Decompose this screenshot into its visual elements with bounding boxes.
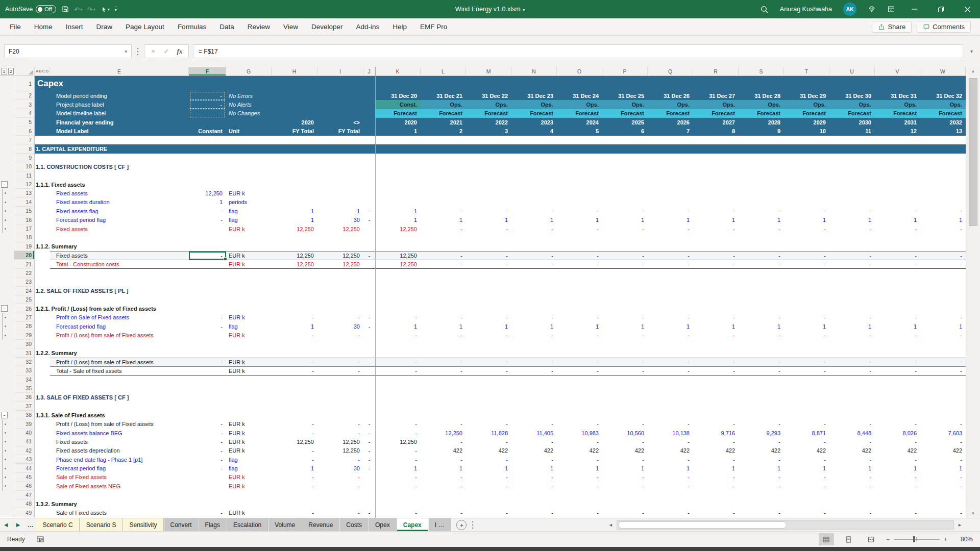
cell-P19[interactable] xyxy=(602,242,648,251)
cell-M31[interactable] xyxy=(466,348,511,357)
horizontal-scrollbar[interactable]: ◄ ► xyxy=(605,518,980,531)
cell-I35[interactable] xyxy=(317,384,363,393)
cell-M20[interactable]: - xyxy=(466,251,511,260)
cell-P34[interactable] xyxy=(602,375,648,384)
cell-I8[interactable] xyxy=(317,144,363,153)
cell-K47[interactable] xyxy=(375,491,421,499)
cell-K23[interactable] xyxy=(375,278,421,286)
cell-W25[interactable] xyxy=(920,295,966,304)
cell-L17[interactable]: - xyxy=(421,224,466,233)
cell-V5[interactable]: 2031 xyxy=(875,118,920,127)
row-header-39[interactable]: 39 xyxy=(14,419,35,428)
cell-M9[interactable] xyxy=(466,154,511,162)
cell-G24[interactable] xyxy=(226,287,272,295)
cell-F10[interactable] xyxy=(189,162,226,171)
cell-S4[interactable]: Forecast xyxy=(739,109,784,118)
cell-E7[interactable] xyxy=(50,136,189,144)
cell-K17[interactable]: 12,250 xyxy=(375,224,421,233)
cell-J26[interactable] xyxy=(363,304,375,313)
cell-J45[interactable] xyxy=(363,473,375,482)
cell-I4[interactable] xyxy=(317,109,363,118)
cell-N8[interactable] xyxy=(511,144,557,153)
sheet-tab-convert[interactable]: Convert xyxy=(164,518,199,531)
hscroll-left-icon[interactable]: ◄ xyxy=(605,522,617,528)
cell-R21[interactable]: - xyxy=(693,260,739,268)
cell-M27[interactable]: - xyxy=(466,313,511,322)
cell-G48[interactable] xyxy=(226,499,272,508)
cell-N37[interactable] xyxy=(511,402,557,411)
menu-tab-file[interactable]: File xyxy=(3,23,28,31)
menu-tab-view[interactable]: View xyxy=(277,23,305,31)
cell-F25[interactable] xyxy=(189,295,226,304)
cell-G5[interactable] xyxy=(226,118,272,127)
cell-H36[interactable] xyxy=(272,393,317,402)
cell-M28[interactable]: 1 xyxy=(466,322,511,331)
cell-O8[interactable] xyxy=(557,144,602,153)
cell-M34[interactable] xyxy=(466,375,511,384)
cell-G40[interactable]: EUR k xyxy=(226,429,272,437)
cell-O12[interactable] xyxy=(557,180,602,189)
cell-R15[interactable]: - xyxy=(693,207,739,215)
cell-R19[interactable] xyxy=(693,242,739,251)
cell-I20[interactable]: 12,250 xyxy=(317,251,363,260)
cell-O7[interactable] xyxy=(557,136,602,144)
cell-R18[interactable] xyxy=(693,233,739,242)
outline-level-1-button[interactable]: 1 xyxy=(1,68,7,74)
cell-I1[interactable] xyxy=(317,76,363,91)
cell-T32[interactable]: - xyxy=(784,358,829,366)
cell-Q10[interactable] xyxy=(648,162,693,171)
cell-ABCD2[interactable] xyxy=(35,91,50,100)
cell-V26[interactable] xyxy=(875,304,920,313)
cell-T25[interactable] xyxy=(784,295,829,304)
cell-T14[interactable] xyxy=(784,198,829,207)
undo-icon[interactable]: ↶▾ xyxy=(75,6,83,13)
cell-H11[interactable] xyxy=(272,171,317,180)
cell-R37[interactable] xyxy=(693,402,739,411)
cell-H10[interactable] xyxy=(272,162,317,171)
row-header-20[interactable]: 20 xyxy=(14,251,35,260)
cell-T46[interactable]: - xyxy=(784,482,829,490)
cell-Q33[interactable]: - xyxy=(648,366,693,375)
cell-ABCD3[interactable] xyxy=(35,100,50,109)
cell-G31[interactable] xyxy=(226,348,272,357)
cell-V4[interactable]: Forecast xyxy=(875,109,920,118)
col-header-P[interactable]: P xyxy=(602,67,648,76)
cell-N4[interactable]: Forecast xyxy=(511,109,557,118)
cell-O43[interactable]: - xyxy=(557,455,602,464)
cell-N26[interactable] xyxy=(511,304,557,313)
cell-W39[interactable]: - xyxy=(920,419,966,428)
cell-G14[interactable]: periods xyxy=(226,198,272,207)
cell-R32[interactable]: - xyxy=(693,358,739,366)
enter-icon[interactable]: ✓ xyxy=(160,47,173,55)
cell-K13[interactable] xyxy=(375,189,421,197)
cell-V33[interactable]: - xyxy=(875,366,920,375)
cell-O40[interactable]: 10,983 xyxy=(557,429,602,437)
cell-H20[interactable]: 12,250 xyxy=(272,251,317,260)
cell-M15[interactable]: - xyxy=(466,207,511,215)
row-header-35[interactable]: 35 xyxy=(14,384,35,393)
cell-P47[interactable] xyxy=(602,491,648,499)
row-header-41[interactable]: 41 xyxy=(14,437,35,446)
cell-S38[interactable] xyxy=(739,411,784,419)
col-header-F[interactable]: F xyxy=(189,67,226,76)
cell-V16[interactable]: 1 xyxy=(875,215,920,224)
menu-tab-data[interactable]: Data xyxy=(213,23,241,31)
cell-V9[interactable] xyxy=(875,154,920,162)
cell-R3[interactable]: Ops. xyxy=(693,100,739,109)
cell-F24[interactable] xyxy=(189,287,226,295)
cell-S40[interactable]: 9,293 xyxy=(739,429,784,437)
cell-K42[interactable]: - xyxy=(375,446,421,455)
cell-O47[interactable] xyxy=(557,491,602,499)
cell-I39[interactable]: - xyxy=(317,419,363,428)
cell-S44[interactable]: 1 xyxy=(739,464,784,472)
cell-G17[interactable]: EUR k xyxy=(226,224,272,233)
cell-I10[interactable] xyxy=(317,162,363,171)
cell-W24[interactable] xyxy=(920,287,966,295)
cell-Q1[interactable] xyxy=(648,76,693,91)
cell-I28[interactable]: 30 xyxy=(317,322,363,331)
cell-ABCD44[interactable] xyxy=(35,464,50,472)
cell-N33[interactable]: - xyxy=(511,366,557,375)
cell-R31[interactable] xyxy=(693,348,739,357)
cell-N41[interactable]: - xyxy=(511,437,557,446)
cell-F18[interactable] xyxy=(189,233,226,242)
